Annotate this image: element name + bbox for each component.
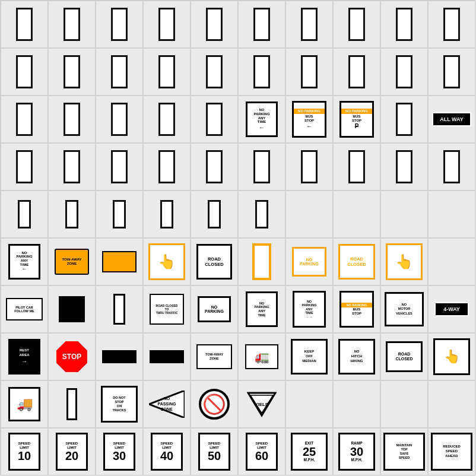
cell-r9c5-circle-slash: 🚫 <box>191 380 238 428</box>
keep-off-median-sign: KEEPOFFMEDIAN <box>291 339 328 375</box>
cell-r8c3-black-wide <box>96 333 143 380</box>
cell-r6c6-orange-outline <box>238 238 285 285</box>
cell-r8c1-rest-area: REST AREA → <box>1 333 48 380</box>
cell-r4c3 <box>96 143 143 191</box>
rect-sign <box>396 55 412 88</box>
cell-r6c7-no-parking-orange: NO PARKING <box>285 238 333 285</box>
cell-r6c2-tow-away: TOW-AWAYZONE <box>48 238 96 285</box>
cell-r9c7 <box>285 380 333 428</box>
cell-r1c7 <box>285 1 333 48</box>
cell-r4c1 <box>1 143 48 191</box>
cell-r3c7-bus-stop: NO PARKING BUS STOP ← <box>285 96 333 143</box>
cell-r5c10 <box>428 191 475 238</box>
rect-sign <box>396 150 412 183</box>
cell-r9c10 <box>428 380 475 428</box>
cell-r10c2-speed-20: SPEED LIMIT 20 <box>48 428 96 475</box>
cell-r5c2 <box>48 191 96 238</box>
cell-r7c5-no-parking-b: NO PARKING <box>191 285 238 333</box>
road-closed-final-sign: ROADCLOSED <box>386 341 423 372</box>
tow-away-zone-v2-sign: TOW-AWAYZONE <box>196 344 232 369</box>
signs-grid: NO PARKING ANY TIME ← NO PARKING BUS STO… <box>0 0 475 475</box>
cell-r8c10-hand-black: 👆 <box>428 333 475 380</box>
cell-r4c9 <box>380 143 428 191</box>
road-closed-orange-sign: ROAD CLOSED <box>338 244 375 280</box>
no-parking-orange-sign: NO PARKING <box>292 247 326 277</box>
speed-limit-10-sign: SPEED LIMIT 10 <box>8 433 40 471</box>
cell-r4c6 <box>238 143 285 191</box>
cell-r6c5-road-closed-1: ROAD CLOSED <box>191 238 238 285</box>
cell-r4c4 <box>143 143 191 191</box>
solid-orange-sign <box>102 251 137 272</box>
exit-25-sign: EXIT 25 M.P.H. <box>291 433 328 471</box>
cell-r5c3 <box>96 191 143 238</box>
svg-text:ZONE: ZONE <box>161 407 173 411</box>
rect-sign <box>348 8 365 41</box>
cell-r5c4 <box>143 191 191 238</box>
hand-sign-black: 👆 <box>433 338 470 375</box>
rect-sign <box>348 150 365 183</box>
cell-r2c3 <box>96 48 143 96</box>
cell-r1c9 <box>380 1 428 48</box>
cell-r7c6-no-park-time: NOPARKINGANYTIME <box>238 285 285 333</box>
cell-r2c8 <box>333 48 380 96</box>
svg-text:YIELD: YIELD <box>255 402 269 407</box>
cell-r7c7-no-park-arrow: NOPARKINGANYTIME←→ <box>285 285 333 333</box>
cell-r8c2-stop: STOP <box>48 333 96 380</box>
do-not-enter-sign: 🚫 <box>199 389 230 420</box>
no-parking-simple-sign: NO PARKING <box>198 296 231 322</box>
hand-sign-orange: 👆 <box>148 243 185 280</box>
rect-sign-sm <box>65 200 78 229</box>
yield-sign: YIELD <box>247 391 277 418</box>
rect-sign <box>253 55 270 88</box>
svg-text:PASSING: PASSING <box>158 402 177 406</box>
rect-sign-sm <box>255 200 268 229</box>
cell-r8c4-black-wide-2 <box>143 333 191 380</box>
speed-limit-60-sign: SPEED LIMIT 60 <box>246 433 278 471</box>
cell-r3c10-all-way: ALL WAY <box>428 96 475 143</box>
cell-r6c9-hand-orange-2: 👆 <box>380 238 428 285</box>
cell-r4c8 <box>333 143 380 191</box>
cell-r9c6-yield: YIELD <box>238 380 285 428</box>
black-square-sign <box>59 296 85 322</box>
speed-limit-50-sign: SPEED LIMIT 50 <box>198 433 230 471</box>
cell-r2c4 <box>143 48 191 96</box>
stop-sign: STOP <box>56 341 87 372</box>
do-not-stop-on-tracks-sign: DO NOTSTOPONTRACKS <box>101 386 138 423</box>
rect-sign-sm <box>160 200 173 229</box>
rect-sign <box>396 8 412 41</box>
svg-text:NO: NO <box>164 396 170 401</box>
rect-sign <box>64 103 80 136</box>
speed-limit-20-sign: SPEED LIMIT 20 <box>56 433 88 471</box>
cell-r10c5-speed-50: SPEED LIMIT 50 <box>191 428 238 475</box>
cell-r3c3 <box>96 96 143 143</box>
cell-r1c3 <box>96 1 143 48</box>
cell-r4c10 <box>428 143 475 191</box>
cell-r6c1-no-parking: NO PARKING ANY TIME ← <box>1 238 48 285</box>
rect-sign-sm <box>18 200 31 229</box>
cell-r10c4-speed-40: SPEED LIMIT 40 <box>143 428 191 475</box>
rect-sign <box>16 8 33 41</box>
no-parking-sign-r6: NO PARKING ANY TIME ← <box>8 244 40 280</box>
rect-sign <box>158 8 175 41</box>
rect-sign <box>158 150 175 183</box>
road-closed-thru-sign: ROAD CLOSEDTOTHRU TRAFFIC <box>150 294 184 325</box>
cell-r9c2-thin <box>48 380 96 428</box>
tow-away-zone-sign: TOW-AWAYZONE <box>55 249 89 275</box>
cell-r10c9-maintain: MAINTAIN TOP SAFE SPEED <box>380 428 428 475</box>
cell-r2c10 <box>428 48 475 96</box>
orange-outline-rect-sign <box>252 243 271 280</box>
maintain-top-safe-speed-sign: MAINTAIN TOP SAFE SPEED <box>383 433 425 471</box>
cell-r3c1 <box>1 96 48 143</box>
rect-sign <box>301 150 318 183</box>
rect-sign <box>443 55 460 88</box>
cell-r3c4 <box>143 96 191 143</box>
cell-r10c10-reduced: REDUCED SPEED AHEAD <box>428 428 475 475</box>
cell-r4c2 <box>48 143 96 191</box>
cell-r10c6-speed-60: SPEED LIMIT 60 <box>238 428 285 475</box>
rect-sign <box>301 8 318 41</box>
rect-sign <box>16 55 33 88</box>
cell-r7c1-pilot-car: PILOT CARFOLLOW ME <box>1 285 48 333</box>
rect-sign <box>64 55 80 88</box>
cell-r2c9 <box>380 48 428 96</box>
rect-sign <box>206 55 223 88</box>
